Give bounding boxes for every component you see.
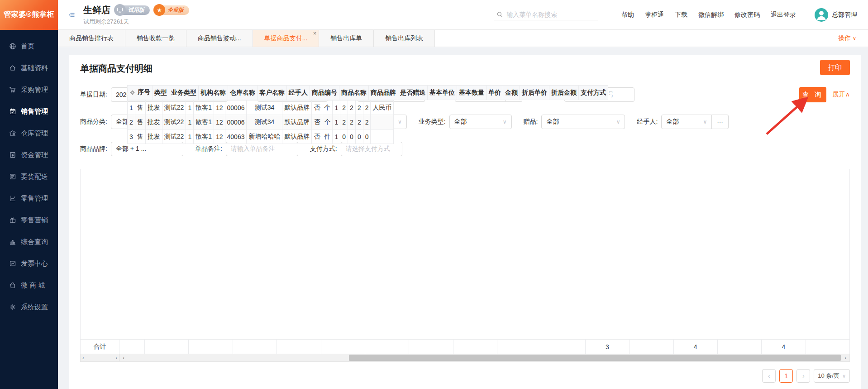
list-icon [9, 173, 16, 180]
col-warehouse-name: 仓库名称 [228, 86, 258, 100]
sidebar-item-funds[interactable]: 资金管理 [0, 144, 58, 166]
sidebar-item-purchase[interactable]: 采购管理 [0, 79, 58, 101]
menu-search-box[interactable] [494, 9, 598, 20]
store-name: 生鲜店 [83, 4, 110, 16]
trial-remaining-text: 试用剩余27261天 [83, 18, 189, 26]
top-right-nav: 帮助 掌柜通 下载 微信解绑 修改密码 退出登录 总部管理 [494, 8, 868, 22]
table-row[interactable]: 2售批发测试221散客11200006测试34默认品牌否个12222 [128, 115, 394, 130]
sidebar-item-home[interactable]: 首页 [0, 35, 58, 57]
main-area: 商品销售排行表 销售收款一览 商品销售波动... 单据商品支付... × 销售出… [58, 30, 868, 389]
report-card: 单据商品支付明细 打印 单据日期: 2025-04-21 ~ 2025-04-2… [69, 55, 861, 389]
nav-wechat-unbind[interactable]: 微信解绑 [698, 11, 724, 19]
col-unit-price: 单价 [486, 86, 503, 100]
nav-logout[interactable]: 退出登录 [771, 11, 796, 19]
app-window: 管家婆®熊掌柜 生鲜店 试用版 ★ 企业版 试用剩余27261天 [0, 0, 868, 389]
brand-label: 商品品牌: [80, 145, 107, 153]
print-button[interactable]: 打印 [820, 60, 850, 75]
frozen-column-scrollbar[interactable]: ‹ › [81, 354, 119, 361]
search-icon [496, 11, 503, 18]
store-info: 生鲜店 试用版 ★ 企业版 试用剩余27261天 [83, 4, 189, 26]
col-discounted-price: 折后单价 [520, 86, 549, 100]
sidebar-item-invoice[interactable]: 发票中心 [0, 253, 58, 274]
sidebar-item-warehouse[interactable]: 仓库管理 [0, 122, 58, 144]
col-product-no: 商品编号 [310, 86, 339, 100]
col-discounted-amount: 折后金额 [549, 86, 579, 100]
home-icon [9, 64, 16, 72]
tab-spacer [435, 30, 838, 47]
actions-dropdown[interactable]: 操作 ∨ [838, 30, 868, 47]
scroll-right-icon[interactable]: › [115, 355, 117, 360]
page-title: 单据商品支付明细 [80, 62, 850, 75]
tab-bill-product-payment[interactable]: 单据商品支付... × [253, 30, 320, 47]
col-type: 类型 [153, 86, 169, 100]
sidebar-item-basic-data[interactable]: 基础资料 [0, 57, 58, 79]
collapse-menu-icon [68, 11, 75, 19]
scroll-left-icon[interactable]: ‹ [82, 355, 84, 360]
invoice-icon [9, 260, 16, 267]
bill-date-label: 单据日期: [80, 91, 107, 99]
totals-label: 合计 [81, 340, 119, 354]
bag-icon [9, 282, 16, 289]
sidebar-item-sales[interactable]: 销售管理 [0, 101, 58, 122]
table-header-row: 序号 类型 业务类型 机构名称 仓库名称 客户名称 经手人 商品编号 商品名称 … [128, 86, 608, 100]
sidebar: 首页 基础资料 采购管理 销售管理 仓库管理 资金管理 要货配送 零售管理 [0, 30, 58, 389]
col-is-gift: 是否赠送 [398, 86, 428, 100]
gear-icon [9, 303, 16, 311]
column-settings-icon[interactable] [129, 90, 135, 96]
col-pay-method: 支付方式 [579, 86, 608, 100]
col-product-brand: 商品品牌 [369, 86, 398, 100]
col-product-name: 商品名称 [339, 86, 369, 100]
globe-icon [9, 43, 16, 50]
cart-icon [9, 86, 16, 93]
scrollbar-thumb[interactable] [349, 355, 841, 361]
trial-badge: 试用版 [116, 5, 150, 15]
scrollbar-track[interactable] [128, 354, 841, 361]
monitor-icon [114, 4, 126, 16]
menu-search-input[interactable] [506, 11, 595, 18]
table-row[interactable]: 3售批发测试221散客11240063新增哈哈哈默认品牌否件10000 [128, 130, 394, 144]
tab-product-sales-fluctuation[interactable]: 商品销售波动... [186, 30, 253, 47]
sidebar-item-micro-mall[interactable]: 微 商 城 [0, 274, 58, 296]
tab-product-sales-ranking[interactable]: 商品销售排行表 [58, 30, 125, 47]
nav-help[interactable]: 帮助 [621, 11, 634, 19]
category-label: 商品分类: [80, 118, 107, 126]
horizontal-scrollbar: ‹ › ‹ › [80, 354, 850, 362]
col-amount: 金额 [503, 86, 520, 100]
bar-chart-icon [9, 238, 16, 245]
table-row[interactable]: 1售批发测试221散客11200006测试34默认品牌否个12222人民币 [128, 101, 394, 115]
tab-bar: 商品销售排行表 销售收款一览 商品销售波动... 单据商品支付... × 销售出… [58, 30, 868, 47]
enterprise-badge: ★ 企业版 [155, 5, 189, 15]
tab-sales-outbound-bill[interactable]: 销售出库单 [319, 30, 374, 47]
sidebar-item-query[interactable]: 综合查询 [0, 231, 58, 253]
sidebar-item-retail[interactable]: 零售管理 [0, 187, 58, 209]
nav-zhangguitong[interactable]: 掌柜通 [645, 11, 664, 19]
tab-sales-outbound-list[interactable]: 销售出库列表 [374, 30, 435, 47]
tab-sales-receipt-overview[interactable]: 销售收款一览 [125, 30, 186, 47]
line-chart-icon [9, 195, 16, 202]
user-avatar[interactable] [815, 8, 828, 22]
col-handler: 经手人 [287, 86, 310, 100]
calendar-check-icon [9, 108, 16, 115]
current-user-name: 总部管理 [832, 11, 857, 19]
sidebar-item-retail-marketing[interactable]: 零售营销 [0, 209, 58, 231]
sidebar-collapse-button[interactable] [68, 11, 75, 19]
gift-icon [9, 216, 16, 224]
col-customer-name: 客户名称 [258, 86, 287, 100]
bank-icon [9, 130, 16, 137]
content-area: 单据商品支付明细 打印 单据日期: 2025-04-21 ~ 2025-04-2… [58, 47, 868, 389]
tab-close-icon[interactable]: × [313, 30, 317, 36]
col-base-unit: 基本单位 [428, 86, 457, 100]
sidebar-item-settings[interactable]: 系统设置 [0, 296, 58, 318]
col-org-name: 机构名称 [199, 86, 228, 100]
scroll-left-button[interactable]: ‹ [119, 354, 128, 361]
nav-change-password[interactable]: 修改密码 [734, 11, 760, 19]
money-icon [9, 151, 16, 158]
person-icon [815, 8, 828, 22]
nav-download[interactable]: 下载 [675, 11, 687, 19]
sidebar-item-distribution[interactable]: 要货配送 [0, 166, 58, 187]
divider [808, 11, 808, 19]
chevron-down-icon: ∨ [853, 35, 856, 41]
col-seq: 序号 [128, 86, 153, 100]
brand-logo: 管家婆®熊掌柜 [0, 0, 58, 30]
results-table: 序号 类型 业务类型 机构名称 仓库名称 客户名称 经手人 商品编号 商品名称 … [127, 85, 868, 389]
